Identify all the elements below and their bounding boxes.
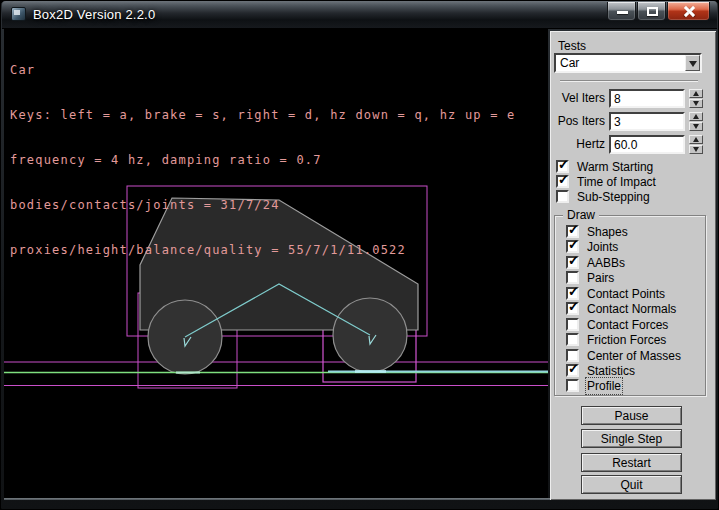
checkmark-icon: ✓ xyxy=(558,173,569,186)
maximize-button[interactable] xyxy=(637,2,666,21)
minimize-icon xyxy=(617,11,628,14)
hertz-label: Hertz xyxy=(550,137,605,151)
checkbox-box[interactable]: ✓ xyxy=(566,379,579,392)
checkbox-label: Center of Masses xyxy=(587,349,681,363)
minimize-button[interactable] xyxy=(607,2,636,21)
stats-line-proxies: proxies/height/balance/quality = 55/7/1/… xyxy=(10,243,515,258)
vel-iters-down-button[interactable] xyxy=(689,99,703,108)
vel-iters-stepper[interactable] xyxy=(689,89,703,108)
checkbox-label: Warm Starting xyxy=(577,160,653,174)
arrow-down-icon xyxy=(693,101,699,106)
hertz-down-button[interactable] xyxy=(689,145,703,154)
stats-line-title: Car xyxy=(10,63,515,78)
checkbox-label: Statistics xyxy=(587,364,635,378)
arrow-down-icon xyxy=(693,147,699,152)
checkbox-box[interactable]: ✓ xyxy=(566,256,579,269)
quit-button[interactable]: Quit xyxy=(581,475,682,494)
pos-iters-input[interactable] xyxy=(609,112,685,131)
checkbox-label: Contact Forces xyxy=(587,318,668,332)
tests-dropdown[interactable]: Car xyxy=(554,53,702,73)
checkbox-label: Contact Normals xyxy=(587,302,676,316)
tests-label: Tests xyxy=(558,39,586,53)
hertz-up-button[interactable] xyxy=(689,135,703,144)
hertz-input[interactable] xyxy=(609,135,685,154)
pos-iters-stepper[interactable] xyxy=(689,112,703,131)
close-icon xyxy=(684,6,695,17)
arrow-up-icon xyxy=(693,137,699,142)
tests-dropdown-button[interactable] xyxy=(685,55,700,71)
pos-iters-down-button[interactable] xyxy=(689,122,703,131)
checkbox-box[interactable]: ✓ xyxy=(566,240,579,253)
stats-line-keys: Keys: left = a, brake = s, right = d, hz… xyxy=(10,108,515,123)
draw-groupbox-label: Draw xyxy=(563,208,599,222)
stats-line-bodies: bodies/contacts/joints = 31/7/24 xyxy=(10,198,515,213)
checkbox-label: Pairs xyxy=(587,271,614,285)
checkmark-icon: ✓ xyxy=(568,223,579,236)
checkbox-box[interactable]: ✓ xyxy=(566,333,579,346)
checkbox-label: Joints xyxy=(587,240,618,254)
maximize-icon xyxy=(647,7,658,16)
checkbox-label: AABBs xyxy=(587,256,625,270)
pause-button[interactable]: Pause xyxy=(581,406,682,425)
vel-iters-input[interactable] xyxy=(609,89,685,108)
control-panel: Tests Car Vel Iters Pos Iters Hertz xyxy=(550,31,716,500)
checkbox-box[interactable]: ✓ xyxy=(566,318,579,331)
simulation-canvas[interactable]: Car Keys: left = a, brake = s, right = d… xyxy=(4,29,548,498)
checkbox-box[interactable]: ✓ xyxy=(566,302,579,315)
checkbox-box[interactable]: ✓ xyxy=(556,190,569,203)
checkbox-box[interactable]: ✓ xyxy=(556,175,569,188)
checkbox-label: Time of Impact xyxy=(577,175,656,189)
checkbox-box[interactable]: ✓ xyxy=(566,364,579,377)
arrow-up-icon xyxy=(693,114,699,119)
titlebar[interactable]: Box2D Version 2.2.0 xyxy=(2,1,717,29)
arrow-up-icon xyxy=(693,91,699,96)
vel-iters-up-button[interactable] xyxy=(689,89,703,98)
hertz-stepper[interactable] xyxy=(689,135,703,154)
pos-iters-label: Pos Iters xyxy=(550,114,605,128)
close-button[interactable] xyxy=(667,2,710,21)
checkmark-icon: ✓ xyxy=(568,300,579,313)
separator xyxy=(560,80,698,82)
checkmark-icon: ✓ xyxy=(568,254,579,267)
window-title: Box2D Version 2.2.0 xyxy=(33,7,155,22)
checkmark-icon: ✓ xyxy=(558,158,569,171)
chevron-down-icon xyxy=(689,61,697,67)
stats-line-frequency: frequency = 4 hz, damping ratio = 0.7 xyxy=(10,153,515,168)
checkbox-label: Shapes xyxy=(587,225,628,239)
checkbox-label: Friction Forces xyxy=(587,333,666,347)
draw-groupbox: Draw ✓ Shapes ✓ Joints ✓ AABBs ✓ Pairs ✓… xyxy=(554,215,706,396)
checkbox-box[interactable]: ✓ xyxy=(566,271,579,284)
app-window: Box2D Version 2.2.0 xyxy=(0,0,719,510)
box2d-app-icon xyxy=(11,7,26,21)
tests-dropdown-value: Car xyxy=(560,56,579,70)
checkmark-icon: ✓ xyxy=(568,285,579,298)
single-step-button[interactable]: Single Step xyxy=(581,429,682,448)
statistics-overlay: Car Keys: left = a, brake = s, right = d… xyxy=(10,33,515,288)
checkbox-label: Sub-Stepping xyxy=(577,190,650,204)
checkmark-icon: ✓ xyxy=(568,362,579,375)
arrow-down-icon xyxy=(693,124,699,129)
pos-iters-up-button[interactable] xyxy=(689,112,703,121)
checkmark-icon: ✓ xyxy=(568,238,579,251)
checkbox-label: Profile xyxy=(587,379,621,393)
checkbox-label: Contact Points xyxy=(587,287,665,301)
restart-button[interactable]: Restart xyxy=(581,453,682,472)
vel-iters-label: Vel Iters xyxy=(550,91,605,105)
